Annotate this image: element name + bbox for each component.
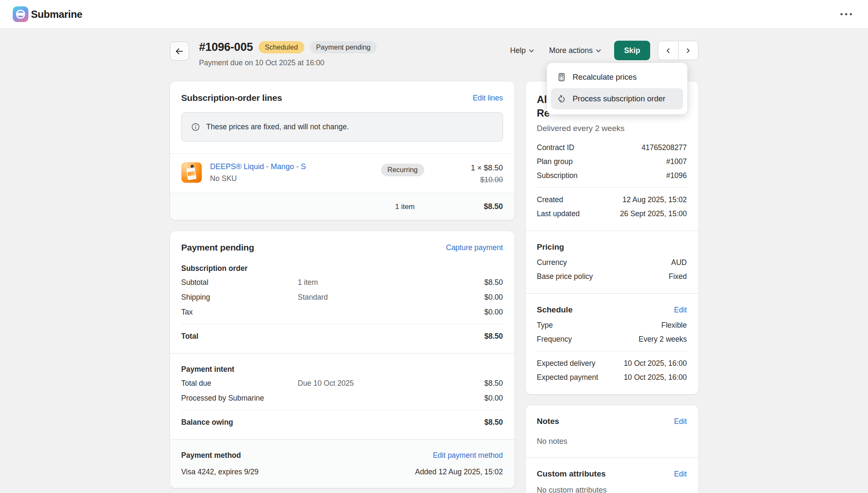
subscription-summary-card: Al Re Delivered every 2 weeks Contract I… xyxy=(526,81,698,394)
back-arrow-icon xyxy=(175,47,184,56)
edit-payment-method-link[interactable]: Edit payment method xyxy=(433,451,503,460)
info-icon xyxy=(191,123,200,131)
app-name: Submarine xyxy=(31,8,82,20)
page-title: #1096-005 xyxy=(199,41,253,54)
recurring-badge: Recurring xyxy=(381,164,424,176)
expected-payment-row: Expected payment 10 Oct 2025, 16:00 xyxy=(537,372,687,383)
subscription-order-lines-card: Subscription-order lines Edit lines Thes… xyxy=(170,81,515,220)
order-lines-footer: 1 item $8.50 xyxy=(170,193,515,220)
chevron-down-icon xyxy=(595,47,601,54)
payment-method-heading: Payment method xyxy=(181,451,241,460)
banner-text: These prices are fixed, and will not cha… xyxy=(206,123,349,131)
schedule-type-row: Type Flexible xyxy=(537,320,687,331)
lines-total: $8.50 xyxy=(415,202,503,211)
balance-owing-row: Balance owing $8.50 xyxy=(181,417,503,428)
expected-delivery-row: Expected delivery 10 Oct 2025, 16:00 xyxy=(537,358,687,369)
skip-button[interactable]: Skip xyxy=(614,41,650,60)
last-updated-row: Last updated 26 Sept 2025, 15:00 xyxy=(537,208,687,219)
status-badge-scheduled: Scheduled xyxy=(259,41,304,54)
more-actions-menu: Recalculate prices Process subscription … xyxy=(547,63,687,114)
calculator-icon xyxy=(557,72,566,82)
plan-group-link[interactable]: #1007 xyxy=(666,156,687,167)
subtotal-row: Subtotal 1 item $8.50 xyxy=(181,277,503,288)
subscription-order-heading: Subscription order xyxy=(181,264,503,273)
payment-intent-heading: Payment intent xyxy=(181,365,503,374)
line-qty-price: 1 × $8.50 xyxy=(424,164,503,173)
delivery-frequency-text: Delivered every 2 weeks xyxy=(537,124,687,133)
total-due-row: Total due Due 10 Oct 2025 $8.50 xyxy=(181,378,503,389)
back-button[interactable] xyxy=(170,42,189,61)
menu-item-process-subscription-order[interactable]: Process subscription order xyxy=(551,88,683,109)
payment-method-card: Visa 4242, expires 9/29 xyxy=(181,468,259,476)
notes-card: Notes Edit No notes Custom attributes Ed… xyxy=(526,405,698,493)
custom-attributes-heading: Custom attributes xyxy=(537,469,606,479)
submarine-logo-icon xyxy=(13,6,28,22)
menu-item-recalculate-prices[interactable]: Recalculate prices xyxy=(551,68,683,86)
fixed-prices-banner: These prices are fixed, and will not cha… xyxy=(181,112,503,142)
chevron-down-icon xyxy=(529,47,534,54)
product-title-link[interactable]: DEEPS® Liquid - Mango - S xyxy=(210,162,306,171)
overflow-menu-icon[interactable] xyxy=(837,10,855,19)
next-order-button[interactable] xyxy=(678,41,698,60)
edit-schedule-link[interactable]: Edit xyxy=(674,306,687,315)
custom-attributes-empty-text: No custom attributes xyxy=(537,486,687,493)
total-row: Total $8.50 xyxy=(181,331,503,342)
payment-pending-card: Payment pending Capture payment Subscrip… xyxy=(170,231,515,488)
chevron-left-icon xyxy=(665,47,671,54)
subscription-link[interactable]: #1096 xyxy=(666,170,687,181)
product-sku: No SKU xyxy=(210,174,306,183)
processed-row: Processed by Submarine $0.00 xyxy=(181,393,503,404)
frequency-row: Frequency Every 2 weeks xyxy=(537,334,687,345)
payment-card-title: Payment pending xyxy=(181,242,254,253)
status-badge-payment-pending: Payment pending xyxy=(310,41,377,54)
chevron-right-icon xyxy=(685,47,691,54)
product-thumbnail xyxy=(181,162,202,183)
base-price-policy-row: Base price policy Fixed xyxy=(537,271,687,282)
line-item-row: DEEPS® Liquid - Mango - S No SKU Recurri… xyxy=(170,153,515,193)
pagination xyxy=(658,41,698,60)
page-subtitle: Payment due on 10 Oct 2025 at 16:00 xyxy=(199,58,377,67)
process-order-icon xyxy=(557,94,566,103)
created-row: Created 12 Aug 2025, 15:02 xyxy=(537,194,687,205)
previous-order-button[interactable] xyxy=(658,41,678,60)
plan-group-row: Plan group #1007 xyxy=(537,156,687,167)
pricing-heading: Pricing xyxy=(537,242,687,252)
tax-row: Tax $0.00 xyxy=(181,306,503,318)
schedule-heading: Schedule xyxy=(537,305,573,315)
edit-lines-link[interactable]: Edit lines xyxy=(473,94,503,103)
payment-method-section: Payment method Edit payment method Visa … xyxy=(170,440,515,488)
currency-row: Currency AUD xyxy=(537,257,687,268)
item-count: 1 item xyxy=(395,203,415,211)
notes-empty-text: No notes xyxy=(537,437,687,446)
more-actions-button[interactable]: More actions xyxy=(544,43,606,58)
shipping-row: Shipping Standard $0.00 xyxy=(181,292,503,303)
edit-custom-attributes-link[interactable]: Edit xyxy=(674,470,687,479)
contract-id-row: Contract ID 41765208277 xyxy=(537,142,687,153)
line-original-price: $10.00 xyxy=(424,175,503,184)
order-lines-title: Subscription-order lines xyxy=(181,93,282,103)
notes-heading: Notes xyxy=(537,417,559,426)
edit-notes-link[interactable]: Edit xyxy=(674,417,687,426)
capture-payment-link[interactable]: Capture payment xyxy=(446,243,503,252)
help-button[interactable]: Help xyxy=(505,43,540,58)
topbar: Submarine xyxy=(0,0,868,29)
payment-method-added: Added 12 Aug 2025, 15:02 xyxy=(415,468,503,476)
subscription-row: Subscription #1096 xyxy=(537,170,687,181)
